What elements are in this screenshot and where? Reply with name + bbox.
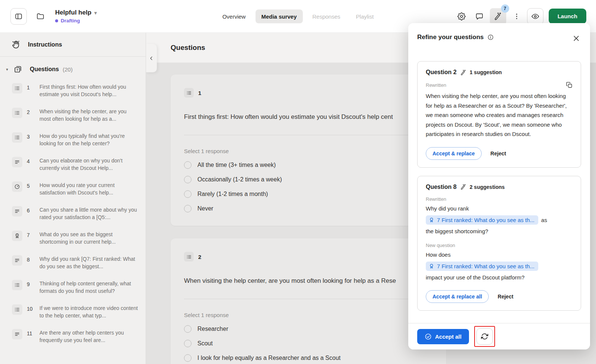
- multiple-choice-icon: [12, 280, 22, 290]
- answer-option[interactable]: I look for help equally as a Researcher …: [184, 354, 433, 362]
- rating-gauge-icon: [12, 181, 22, 192]
- comment-bubble-icon: [475, 12, 484, 20]
- suggestion-count: 1 suggestion: [470, 69, 502, 75]
- open-text-icon: [12, 329, 22, 339]
- panel-title: Refine your questions: [417, 34, 484, 41]
- suggestion-card-q2: Question 2 1 suggestion Rewritten When v…: [417, 61, 581, 168]
- tab-overview[interactable]: Overview: [216, 9, 252, 23]
- open-text-icon: [12, 255, 22, 266]
- question-preview: When visiting the help center, are you m…: [39, 108, 139, 123]
- multiple-choice-icon: [184, 88, 194, 98]
- question-text[interactable]: When visiting the help center, are you m…: [184, 277, 433, 285]
- radio-icon[interactable]: [184, 205, 191, 212]
- question-card-2[interactable]: 2 When visiting the help center, are you…: [171, 238, 446, 364]
- folder-button[interactable]: [33, 9, 48, 24]
- sidebar-question-10[interactable]: 10 If we were to introduce more video co…: [0, 301, 146, 323]
- accept-replace-button[interactable]: Accept & replace: [426, 147, 482, 160]
- accept-all-button[interactable]: Accept all: [417, 329, 469, 344]
- sidebar-toggle-button[interactable]: [10, 8, 27, 25]
- answer-option[interactable]: Rarely (1-2 times a month): [184, 190, 433, 198]
- radio-icon[interactable]: [184, 340, 191, 347]
- question-number: 3: [27, 132, 35, 147]
- question-number: 8: [27, 255, 35, 270]
- question-reference-pill[interactable]: 7 First ranked: What do you see as th...: [426, 262, 538, 271]
- close-panel-button[interactable]: [571, 34, 581, 43]
- radio-icon[interactable]: [184, 190, 191, 198]
- refine-panel-body: Question 2 1 suggestion Rewritten When v…: [408, 23, 590, 323]
- questions-section-label: Questions: [30, 66, 59, 73]
- open-text-icon: [12, 206, 22, 216]
- sidebar-question-5[interactable]: 5 How would you rate your current satisf…: [0, 178, 146, 200]
- more-options-button[interactable]: [509, 9, 524, 24]
- svg-text:?: ?: [16, 68, 18, 72]
- sidebar-question-1[interactable]: 1 First things first: How often would yo…: [0, 80, 146, 101]
- multiple-choice-icon: [12, 304, 22, 315]
- sidebar-item-instructions[interactable]: Instructions: [0, 33, 146, 57]
- reject-button[interactable]: Reject: [491, 151, 506, 156]
- answer-option[interactable]: Never: [184, 205, 433, 212]
- launch-button[interactable]: Launch: [549, 9, 586, 24]
- settings-button[interactable]: [454, 9, 469, 24]
- magic-wand-icon: [460, 184, 466, 190]
- rewritten-question-text: When visiting the help center, are you m…: [426, 91, 573, 139]
- chevron-down-icon: ▾: [94, 10, 97, 16]
- radio-icon[interactable]: [184, 176, 191, 183]
- status-label: Drafting: [61, 18, 80, 23]
- questions-count: (20): [63, 66, 73, 73]
- tab-playlist[interactable]: Playlist: [350, 9, 380, 23]
- copy-icon[interactable]: [566, 82, 573, 88]
- eye-icon: [531, 12, 539, 20]
- answer-option[interactable]: Occasionally (1-2 times a week): [184, 176, 433, 183]
- refresh-icon: [481, 333, 488, 340]
- answer-option[interactable]: Scout: [184, 340, 433, 347]
- question-reference-pill[interactable]: 7 First ranked: What do you see as th...: [426, 215, 538, 225]
- open-text-icon: [12, 157, 22, 167]
- status-dot-icon: [55, 19, 58, 22]
- svg-text:1: 1: [17, 234, 18, 236]
- sidebar-question-8[interactable]: 8 Why did you rank [Q7: First ranked: Wh…: [0, 252, 146, 273]
- question-number: 5: [27, 181, 35, 196]
- question-number: 7: [27, 231, 35, 246]
- sidebar-question-7[interactable]: 1 7 What do you see as the biggest short…: [0, 227, 146, 249]
- sidebar-question-4[interactable]: 4 Can you elaborate on why you don't cur…: [0, 153, 146, 175]
- divider: [184, 135, 433, 135]
- sidebar-question-11[interactable]: 11 Are there any other help centers you …: [0, 326, 146, 347]
- question-text[interactable]: First things first: How often would you …: [184, 113, 433, 121]
- sidebar-question-6[interactable]: 6 Can you share a little more about why …: [0, 203, 146, 224]
- project-title-row[interactable]: Helpful help ▾: [55, 9, 97, 16]
- tab-media-survey[interactable]: Media survey: [255, 9, 302, 23]
- radio-icon[interactable]: [184, 354, 191, 362]
- question-number: 2: [198, 254, 201, 260]
- question-preview: Thinking of help content generally, what…: [39, 280, 139, 295]
- tab-responses[interactable]: Responses: [307, 9, 346, 23]
- answer-option[interactable]: All the time (3+ times a week): [184, 161, 433, 169]
- question-list-sidebar: Instructions ▾ ? Questions (20) 1 First …: [0, 33, 146, 364]
- check-circle-icon: [425, 333, 432, 340]
- regenerate-button[interactable]: [476, 328, 493, 345]
- suggestion-card-q8: Question 8 2 suggestions Rewritten Why d…: [417, 176, 581, 311]
- question-card-1[interactable]: 1 First things first: How often would yo…: [171, 75, 446, 226]
- question-preview: What do you see as the biggest shortcomi…: [39, 231, 139, 246]
- sidebar-question-2[interactable]: 2 When visiting the help center, are you…: [0, 104, 146, 126]
- radio-icon[interactable]: [184, 325, 191, 333]
- info-icon[interactable]: [487, 34, 494, 41]
- sidebar-collapse-handle[interactable]: [146, 44, 157, 72]
- question-preview: Why did you rank [Q7: First ranked: What…: [39, 255, 139, 270]
- questions-section-header[interactable]: ▾ ? Questions (20): [0, 57, 146, 80]
- select-instruction: Select 1 response: [184, 148, 433, 154]
- select-instruction: Select 1 response: [184, 312, 433, 318]
- answer-option[interactable]: Researcher: [184, 325, 433, 333]
- preview-button[interactable]: [527, 8, 543, 25]
- ai-refine-button[interactable]: 7: [490, 8, 506, 25]
- question-number: 10: [27, 304, 35, 319]
- rewritten-line: as: [541, 217, 547, 223]
- radio-icon[interactable]: [184, 161, 191, 169]
- comments-button[interactable]: [472, 9, 487, 24]
- annotation-highlight-box: [474, 326, 495, 347]
- project-title: Helpful help: [55, 9, 91, 16]
- question-preview: First things first: How often would you …: [39, 83, 139, 98]
- reject-button[interactable]: Reject: [498, 294, 513, 300]
- sidebar-question-9[interactable]: 9 Thinking of help content generally, wh…: [0, 276, 146, 298]
- accept-replace-all-button[interactable]: Accept & replace all: [426, 290, 489, 303]
- sidebar-question-3[interactable]: 3 How do you typically find what you're …: [0, 129, 146, 151]
